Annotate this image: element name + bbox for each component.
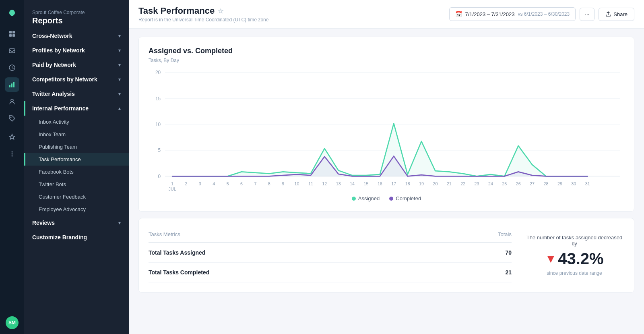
metrics-header-left: Tasks Metrics [149,231,180,237]
svg-text:10: 10 [295,181,299,186]
insight-text: The number of tasks assigned decreased b… [526,234,622,247]
sidebar-item-facebook-bots[interactable]: Facebook Bots [24,166,129,178]
section-label-paid: Paid by Network [32,62,76,68]
metric-name-assigned: Total Tasks Assigned [149,249,205,256]
svg-text:8: 8 [268,181,270,186]
svg-rect-0 [9,31,12,33]
chevron-down-icon: ▾ [118,77,121,82]
sidebar-item-task-performance[interactable]: Task Performance [24,153,129,166]
chevron-down-icon: ▾ [118,91,121,97]
svg-text:5: 5 [227,181,229,186]
share-button[interactable]: Share [599,8,634,21]
sidebar-item-employee-advocacy[interactable]: Employee Advocacy [24,203,129,216]
section-header-cross-network[interactable]: Cross-Network ▾ [24,29,129,43]
svg-text:11: 11 [308,181,313,186]
metrics-card: Tasks Metrics Totals Total Tasks Assigne… [138,218,634,293]
section-header-profiles[interactable]: Profiles by Network ▾ [24,43,129,58]
chart-title: Assigned vs. Completed [149,47,624,55]
sidebar-item-publishing-team[interactable]: Publishing Team [24,141,129,153]
chevron-down-icon: ▾ [118,220,121,226]
nav-icon-people[interactable] [5,94,19,109]
sidebar-item-twitter-bots[interactable]: Twitter Bots [24,178,129,191]
svg-text:26: 26 [516,181,521,186]
svg-marker-56 [172,123,588,176]
svg-text:7: 7 [254,181,256,186]
date-range-button[interactable]: 📅 7/1/2023 – 7/31/2023 vs 6/1/2023 – 6/3… [449,7,576,21]
svg-text:22: 22 [460,181,465,186]
insight-value: ▼ 43.2% [545,250,603,268]
calendar-icon: 📅 [455,11,462,17]
svg-text:16: 16 [378,181,382,186]
svg-point-9 [11,99,13,102]
svg-text:12: 12 [322,181,327,186]
legend-dot-assigned [352,197,356,201]
chart-card: Assigned vs. Completed Tasks, By Day 20 … [138,37,634,212]
svg-rect-2 [9,34,12,37]
metrics-table: Tasks Metrics Totals Total Tasks Assigne… [149,228,512,282]
sidebar-item-customer-feedback[interactable]: Customer Feedback [24,191,129,203]
table-row: Total Tasks Completed 21 [149,263,512,282]
section-header-customize-branding[interactable]: Customize Branding [24,230,129,245]
section-label-competitors: Competitors by Network [32,76,97,83]
svg-text:1: 1 [171,181,173,186]
nav-icon-dots[interactable] [5,147,19,161]
metrics-table-header: Tasks Metrics Totals [149,228,512,243]
svg-text:0: 0 [158,174,161,179]
nav-icon-publish[interactable] [5,60,19,75]
svg-text:14: 14 [350,181,355,186]
metric-value-completed: 21 [505,269,512,276]
sidebar-item-inbox-activity[interactable]: Inbox Activity [24,116,129,128]
main-content: Task Performance ☆ Report is in the Univ… [129,0,644,334]
chart-svg: 20 15 10 5 0 1 2 3 4 5 [149,70,624,191]
section-header-twitter[interactable]: Twitter Analysis ▾ [24,87,129,101]
nav-icon-inbox[interactable] [5,44,19,58]
svg-rect-8 [13,82,14,87]
section-label-twitter: Twitter Analysis [32,91,75,97]
section-reviews: Reviews ▾ [24,216,129,230]
chevron-down-icon: ▾ [118,48,121,53]
svg-text:20: 20 [155,70,161,75]
reports-title: Reports [32,16,121,25]
brand-name: Sprout Coffee Corporate [32,10,121,15]
svg-text:29: 29 [557,181,562,186]
nav-icon-reports[interactable] [5,77,19,92]
section-label-reviews: Reviews [32,220,55,226]
svg-point-10 [10,117,12,118]
svg-text:19: 19 [419,181,424,186]
section-twitter: Twitter Analysis ▾ [24,87,129,101]
section-header-internal-performance[interactable]: Internal Performance ▴ [24,101,129,116]
star-icon[interactable]: ☆ [218,7,223,15]
svg-point-12 [12,154,13,155]
decrease-arrow-icon: ▼ [545,253,556,266]
nav-icon-tag[interactable] [5,111,19,126]
metric-value-assigned: 70 [505,249,512,256]
section-label-cross-network: Cross-Network [32,33,72,39]
svg-rect-7 [11,83,12,87]
metrics-insight: The number of tasks assigned decreased b… [512,228,624,282]
more-options-button[interactable]: ··· [580,8,594,21]
svg-point-13 [12,156,13,157]
chevron-down-icon: ▾ [118,33,121,39]
nav-icon-star[interactable] [5,130,19,144]
svg-rect-3 [12,34,15,37]
svg-text:10: 10 [155,122,161,127]
topbar-right: 📅 7/1/2023 – 7/31/2023 vs 6/1/2023 – 6/3… [449,7,634,21]
nav-icon-home[interactable] [5,27,19,41]
section-label-internal-performance: Internal Performance [32,105,89,112]
svg-text:15: 15 [155,95,161,101]
section-header-paid[interactable]: Paid by Network ▾ [24,58,129,72]
section-cross-network: Cross-Network ▾ [24,29,129,43]
svg-rect-1 [12,31,15,33]
svg-text:2: 2 [185,181,187,186]
section-header-reviews[interactable]: Reviews ▾ [24,216,129,230]
section-paid: Paid by Network ▾ [24,58,129,72]
topbar: Task Performance ☆ Report is in the Univ… [129,0,644,29]
sidebar-item-inbox-team[interactable]: Inbox Team [24,128,129,141]
nav-icon-leaf[interactable] [5,6,19,20]
section-header-competitors[interactable]: Competitors by Network ▾ [24,72,129,87]
svg-text:25: 25 [502,181,507,186]
user-avatar[interactable]: SM [6,316,19,329]
svg-text:30: 30 [571,181,576,186]
svg-text:15: 15 [364,181,369,186]
svg-text:24: 24 [488,181,493,186]
